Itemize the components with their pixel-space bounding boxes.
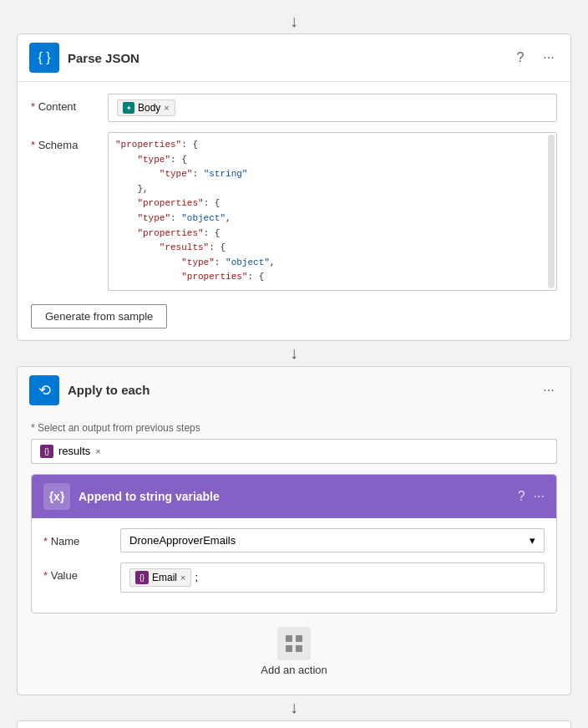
schema-line-2: "type": { [115,153,550,168]
parse-json-icon: { } [29,43,59,73]
apply-to-each-title: Apply to each [68,383,530,397]
results-tag-icon: {} [40,445,53,458]
send-email-card: ✉ Send an email (V2) ? ··· [17,720,571,728]
apply-to-each-header: ⟲ Apply to each ··· [18,367,570,414]
schema-field-row: Schema "properties": { "type": { "type":… [31,132,557,291]
add-action-svg-icon [284,634,304,654]
add-action-button[interactable]: Add an action [261,627,327,676]
schema-line-7: "properties": { [115,227,550,242]
append-string-body: Name DroneApproverEmails ▾ Value {} Emai… [32,518,556,613]
middle-connector-arrow: ↓ [17,341,571,366]
append-string-title: Append to string variable [79,490,509,503]
schema-line-8: "results": { [115,241,550,256]
body-tag-label: Body [138,102,160,114]
content-label: Content [31,94,98,113]
value-label: Value [43,563,110,582]
parse-json-title: Parse JSON [68,51,502,65]
name-dropdown-chevron: ▾ [530,534,535,547]
value-field: {} Email × ; [120,563,545,593]
append-string-header: {x} Append to string variable ? ··· [32,475,556,518]
name-dropdown[interactable]: DroneApproverEmails ▾ [120,528,545,552]
results-tag-close[interactable]: × [95,446,100,456]
svg-rect-1 [296,635,302,642]
add-action-area: Add an action [31,613,557,683]
bottom-connector-arrow: ↓ [17,695,571,720]
body-tag-icon: ✦ [123,102,134,114]
email-tag-close[interactable]: × [180,573,185,583]
apply-to-each-card: ⟲ Apply to each ··· * Select an output f… [17,366,571,695]
schema-label: Schema [31,132,98,151]
add-action-label: Add an action [261,664,327,676]
svg-rect-3 [296,645,302,652]
parse-json-body: Content ✦ Body × Schema "properties": { … [18,82,570,340]
schema-line-10: "properties": { [115,270,550,285]
email-tag[interactable]: {} Email × [129,568,191,587]
parse-json-header: { } Parse JSON ? ··· [18,34,570,82]
append-string-icon: {x} [43,483,70,510]
parse-json-help-icon[interactable]: ? [510,48,530,68]
email-tag-icon: {} [135,571,149,584]
append-string-more-icon[interactable]: ··· [534,489,545,504]
value-field-row: Value {} Email × ; [43,563,545,593]
schema-line-3: "type": "string" [115,167,550,182]
generate-from-sample-button[interactable]: Generate from sample [31,304,167,328]
schema-line-6: "type": "object", [115,211,550,227]
append-string-help-icon[interactable]: ? [518,489,525,504]
schema-editor[interactable]: "properties": { "type": { "type": "strin… [108,132,557,291]
send-email-header: ✉ Send an email (V2) ? ··· [18,721,570,728]
body-tag[interactable]: ✦ Body × [117,99,175,116]
schema-scrollbar [548,135,555,288]
apply-to-each-actions: ··· [539,380,559,400]
parse-json-card: { } Parse JSON ? ··· Content ✦ Body × [17,33,571,341]
schema-line-5: "properties": { [115,196,550,211]
schema-line-1: "properties": { [115,138,550,153]
schema-line-9: "type": "object", [115,256,550,271]
top-connector-arrow: ↓ [17,8,571,33]
parse-json-more-icon[interactable]: ··· [539,48,559,68]
name-value: DroneApproverEmails [129,534,236,547]
apply-to-each-more-icon[interactable]: ··· [539,380,559,400]
schema-line-4: }, [115,182,550,197]
append-string-variable-card: {x} Append to string variable ? ··· Name… [31,474,557,613]
email-tag-label: Email [152,572,177,583]
value-suffix: ; [195,571,198,583]
svg-rect-2 [286,645,292,652]
apply-to-each-icon: ⟲ [29,375,59,405]
body-tag-close[interactable]: × [164,103,169,113]
name-field-row: Name DroneApproverEmails ▾ [43,528,545,552]
apply-to-each-body: * Select an output from previous steps {… [18,414,570,695]
parse-json-actions: ? ··· [510,48,559,68]
content-field-row: Content ✦ Body × [31,94,557,122]
content-value: ✦ Body × [108,94,557,122]
select-output-label: * Select an output from previous steps [31,422,557,434]
results-tag-label: results [58,445,90,457]
add-action-icon [277,627,311,660]
results-input-row: {} results × [31,439,557,464]
svg-rect-0 [286,635,292,642]
name-label: Name [43,528,110,547]
